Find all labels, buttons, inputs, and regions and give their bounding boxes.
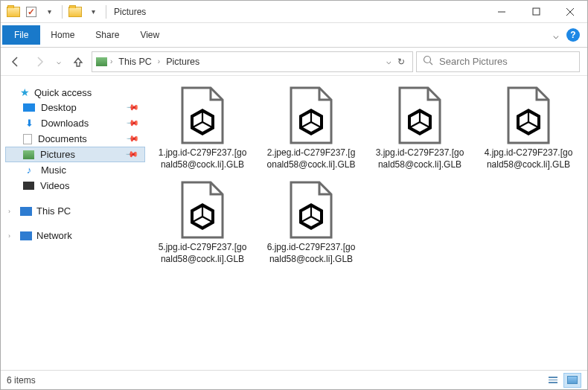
chevron-right-icon[interactable]: › — [8, 232, 16, 240]
divider — [106, 5, 106, 19]
file-name: 5.jpg.id-C279F237.[gonald58@cock.li].GLB — [157, 242, 248, 265]
details-view-button[interactable] — [544, 373, 562, 388]
glb-file-icon — [502, 86, 555, 144]
sidebar-item-label: Downloads — [41, 118, 89, 129]
item-count: 6 items — [7, 375, 36, 386]
breadcrumb-pictures[interactable]: Pictures — [163, 55, 202, 68]
window-controls — [485, 1, 587, 23]
up-button[interactable] — [68, 51, 89, 72]
desktop-icon — [23, 103, 35, 112]
file-item[interactable]: 1.jpg.id-C279F237.[gonald58@cock.li].GLB — [157, 86, 248, 170]
titlebar: ✓ ▾ ▾ Pictures — [1, 1, 587, 23]
videos-icon — [23, 182, 34, 190]
sidebar-item-pictures[interactable]: Pictures 📌 — [5, 147, 145, 162]
sidebar-item-label: Videos — [40, 180, 70, 191]
chevron-right-icon[interactable]: › — [156, 57, 162, 65]
tab-share[interactable]: Share — [85, 25, 130, 45]
sidebar-item-desktop[interactable]: Desktop 📌 — [5, 100, 145, 115]
qat-dropdown-icon[interactable]: ▾ — [41, 4, 57, 20]
file-name: 6.jpg.id-C279F237.[gonald58@cock.li].GLB — [266, 242, 357, 265]
documents-icon — [23, 134, 32, 144]
help-icon[interactable]: ? — [566, 28, 580, 42]
sidebar-network[interactable]: › Network — [5, 228, 145, 243]
quick-access-toolbar: ✓ ▾ ▾ Pictures — [1, 4, 146, 20]
this-pc-icon — [20, 207, 32, 216]
minimize-button[interactable] — [485, 1, 519, 23]
file-item[interactable]: 2.jpeg.id-C279F237.[gonald58@cock.li].GL… — [266, 86, 357, 170]
sidebar-item-videos[interactable]: Videos — [5, 178, 145, 194]
location-folder-icon — [67, 4, 83, 20]
music-icon: ♪ — [23, 165, 35, 176]
sidebar-item-downloads[interactable]: ⬇ Downloads 📌 — [5, 115, 145, 131]
forward-button[interactable] — [29, 51, 50, 72]
chevron-right-icon[interactable]: › — [8, 208, 16, 215]
thumbnails-view-button[interactable] — [563, 373, 581, 388]
chevron-down-icon[interactable]: ▾ — [85, 4, 101, 20]
network-icon — [20, 231, 32, 240]
sidebar-item-label: Documents — [38, 133, 87, 144]
ribbon-expand-icon[interactable]: ⌵ — [553, 30, 559, 41]
chevron-right-icon[interactable]: › — [109, 57, 114, 65]
sidebar-item-music[interactable]: ♪ Music — [5, 162, 145, 178]
pictures-icon — [95, 57, 107, 67]
tab-view[interactable]: View — [130, 25, 170, 45]
file-tab[interactable]: File — [2, 25, 40, 45]
star-icon: ★ — [20, 86, 30, 98]
navigation-pane[interactable]: ★ Quick access Desktop 📌 ⬇ Downloads 📌 D… — [1, 76, 150, 370]
glb-file-icon — [284, 181, 338, 239]
ribbon: File Home Share View ⌵ ? — [1, 23, 587, 48]
sidebar-this-pc[interactable]: › This PC — [5, 204, 145, 218]
sidebar-quick-access[interactable]: ★ Quick access — [5, 85, 145, 100]
quick-access-label: Quick access — [34, 87, 92, 98]
refresh-icon[interactable]: ↻ — [397, 57, 405, 67]
address-dropdown-icon[interactable]: ⌵ — [386, 57, 392, 66]
divider — [62, 5, 63, 19]
pin-icon: 📌 — [125, 132, 139, 146]
search-input[interactable]: Search Pictures — [416, 51, 580, 72]
breadcrumb-this-pc[interactable]: This PC — [115, 55, 154, 68]
address-bar[interactable]: › This PC › Pictures ⌵ ↻ — [92, 51, 413, 72]
properties-checkbox-icon[interactable]: ✓ — [23, 4, 39, 20]
pin-icon: 📌 — [124, 147, 138, 162]
svg-line-5 — [430, 63, 433, 65]
content-area: ★ Quick access Desktop 📌 ⬇ Downloads 📌 D… — [1, 76, 587, 370]
window-title: Pictures — [114, 7, 146, 17]
search-placeholder: Search Pictures — [439, 56, 508, 67]
tab-home[interactable]: Home — [40, 25, 85, 45]
file-item[interactable]: 4.jpg.id-C279F237.[gonald58@cock.li].GLB — [483, 86, 574, 170]
file-name: 1.jpg.id-C279F237.[gonald58@cock.li].GLB — [157, 147, 248, 170]
navigation-bar: ⌵ › This PC › Pictures ⌵ ↻ Search Pictur… — [1, 48, 587, 76]
folder-icon[interactable] — [5, 4, 22, 20]
search-icon — [423, 55, 433, 68]
sidebar-item-label: This PC — [36, 205, 71, 217]
sidebar-item-documents[interactable]: Documents 📌 — [5, 131, 145, 147]
glb-file-icon — [284, 86, 338, 144]
recent-locations-button[interactable]: ⌵ — [53, 51, 65, 72]
sidebar-item-label: Music — [41, 164, 66, 176]
file-item[interactable]: 6.jpg.id-C279F237.[gonald58@cock.li].GLB — [266, 181, 357, 265]
file-list[interactable]: 1.jpg.id-C279F237.[gonald58@cock.li].GLB… — [150, 76, 587, 370]
close-button[interactable] — [553, 1, 587, 23]
glb-file-icon — [393, 86, 447, 144]
maximize-button[interactable] — [519, 1, 553, 23]
file-name: 2.jpeg.id-C279F237.[gonald58@cock.li].GL… — [266, 147, 357, 170]
back-button[interactable] — [5, 51, 26, 72]
file-item[interactable]: 3.jpg.id-C279F237.[gonald58@cock.li].GLB — [374, 86, 465, 170]
file-item[interactable]: 5.jpg.id-C279F237.[gonald58@cock.li].GLB — [157, 181, 248, 265]
svg-point-4 — [424, 57, 431, 63]
file-name: 3.jpg.id-C279F237.[gonald58@cock.li].GLB — [374, 147, 465, 170]
sidebar-item-label: Desktop — [41, 102, 77, 113]
sidebar-item-label: Pictures — [40, 149, 75, 160]
pictures-icon — [23, 150, 34, 159]
sidebar-item-label: Network — [36, 230, 72, 241]
svg-rect-1 — [533, 8, 540, 15]
glb-file-icon — [176, 86, 229, 144]
status-bar: 6 items — [1, 370, 587, 389]
pin-icon: 📌 — [125, 116, 139, 130]
glb-file-icon — [176, 181, 229, 239]
pin-icon: 📌 — [125, 100, 139, 115]
file-name: 4.jpg.id-C279F237.[gonald58@cock.li].GLB — [483, 147, 574, 170]
downloads-icon: ⬇ — [23, 118, 35, 129]
